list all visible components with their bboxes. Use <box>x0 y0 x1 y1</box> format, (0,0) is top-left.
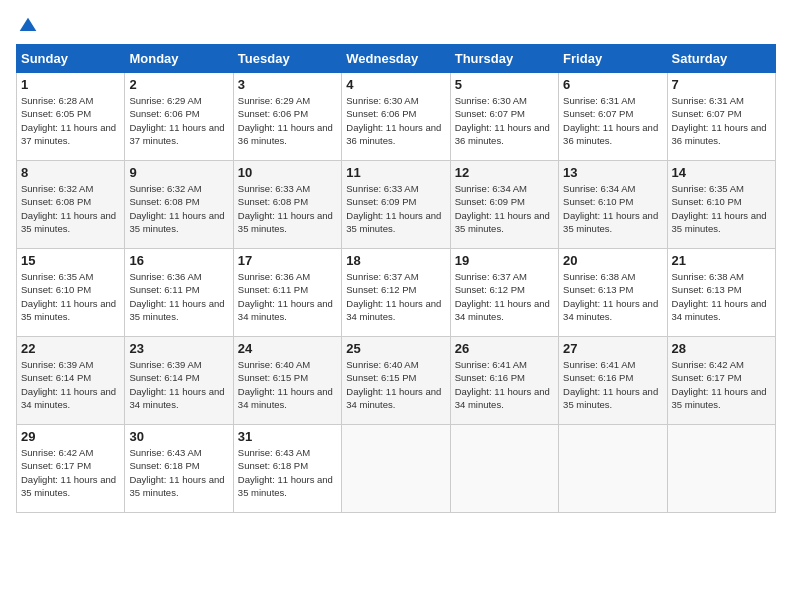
calendar-cell: 9 Sunrise: 6:32 AM Sunset: 6:08 PM Dayli… <box>125 161 233 249</box>
day-number: 26 <box>455 341 554 356</box>
day-info: Sunrise: 6:37 AM Sunset: 6:12 PM Dayligh… <box>346 270 445 323</box>
day-number: 11 <box>346 165 445 180</box>
calendar-cell <box>559 425 667 513</box>
day-info: Sunrise: 6:42 AM Sunset: 6:17 PM Dayligh… <box>672 358 771 411</box>
day-number: 18 <box>346 253 445 268</box>
calendar-week-row: 1 Sunrise: 6:28 AM Sunset: 6:05 PM Dayli… <box>17 73 776 161</box>
day-number: 7 <box>672 77 771 92</box>
logo-icon <box>18 16 38 36</box>
calendar-cell: 14 Sunrise: 6:35 AM Sunset: 6:10 PM Dayl… <box>667 161 775 249</box>
calendar-cell: 15 Sunrise: 6:35 AM Sunset: 6:10 PM Dayl… <box>17 249 125 337</box>
calendar-cell: 8 Sunrise: 6:32 AM Sunset: 6:08 PM Dayli… <box>17 161 125 249</box>
day-number: 31 <box>238 429 337 444</box>
day-info: Sunrise: 6:30 AM Sunset: 6:06 PM Dayligh… <box>346 94 445 147</box>
day-number: 22 <box>21 341 120 356</box>
day-info: Sunrise: 6:43 AM Sunset: 6:18 PM Dayligh… <box>129 446 228 499</box>
day-info: Sunrise: 6:39 AM Sunset: 6:14 PM Dayligh… <box>129 358 228 411</box>
day-info: Sunrise: 6:36 AM Sunset: 6:11 PM Dayligh… <box>129 270 228 323</box>
day-info: Sunrise: 6:40 AM Sunset: 6:15 PM Dayligh… <box>238 358 337 411</box>
day-info: Sunrise: 6:35 AM Sunset: 6:10 PM Dayligh… <box>672 182 771 235</box>
calendar-cell <box>450 425 558 513</box>
day-info: Sunrise: 6:34 AM Sunset: 6:09 PM Dayligh… <box>455 182 554 235</box>
calendar-week-row: 15 Sunrise: 6:35 AM Sunset: 6:10 PM Dayl… <box>17 249 776 337</box>
svg-marker-0 <box>20 18 37 31</box>
day-info: Sunrise: 6:42 AM Sunset: 6:17 PM Dayligh… <box>21 446 120 499</box>
day-number: 6 <box>563 77 662 92</box>
calendar-cell: 2 Sunrise: 6:29 AM Sunset: 6:06 PM Dayli… <box>125 73 233 161</box>
day-info: Sunrise: 6:34 AM Sunset: 6:10 PM Dayligh… <box>563 182 662 235</box>
day-info: Sunrise: 6:41 AM Sunset: 6:16 PM Dayligh… <box>455 358 554 411</box>
day-number: 8 <box>21 165 120 180</box>
calendar-cell: 30 Sunrise: 6:43 AM Sunset: 6:18 PM Dayl… <box>125 425 233 513</box>
weekday-header: Friday <box>559 45 667 73</box>
day-number: 14 <box>672 165 771 180</box>
calendar-cell: 13 Sunrise: 6:34 AM Sunset: 6:10 PM Dayl… <box>559 161 667 249</box>
day-info: Sunrise: 6:36 AM Sunset: 6:11 PM Dayligh… <box>238 270 337 323</box>
calendar-cell: 29 Sunrise: 6:42 AM Sunset: 6:17 PM Dayl… <box>17 425 125 513</box>
calendar-cell: 25 Sunrise: 6:40 AM Sunset: 6:15 PM Dayl… <box>342 337 450 425</box>
calendar-table: SundayMondayTuesdayWednesdayThursdayFrid… <box>16 44 776 513</box>
calendar-cell: 17 Sunrise: 6:36 AM Sunset: 6:11 PM Dayl… <box>233 249 341 337</box>
day-number: 25 <box>346 341 445 356</box>
day-info: Sunrise: 6:31 AM Sunset: 6:07 PM Dayligh… <box>672 94 771 147</box>
day-number: 17 <box>238 253 337 268</box>
day-number: 29 <box>21 429 120 444</box>
calendar-cell: 28 Sunrise: 6:42 AM Sunset: 6:17 PM Dayl… <box>667 337 775 425</box>
day-number: 19 <box>455 253 554 268</box>
day-info: Sunrise: 6:37 AM Sunset: 6:12 PM Dayligh… <box>455 270 554 323</box>
day-number: 10 <box>238 165 337 180</box>
day-info: Sunrise: 6:40 AM Sunset: 6:15 PM Dayligh… <box>346 358 445 411</box>
day-info: Sunrise: 6:43 AM Sunset: 6:18 PM Dayligh… <box>238 446 337 499</box>
day-number: 4 <box>346 77 445 92</box>
day-number: 28 <box>672 341 771 356</box>
day-info: Sunrise: 6:32 AM Sunset: 6:08 PM Dayligh… <box>129 182 228 235</box>
day-number: 3 <box>238 77 337 92</box>
calendar-cell <box>667 425 775 513</box>
calendar-week-row: 22 Sunrise: 6:39 AM Sunset: 6:14 PM Dayl… <box>17 337 776 425</box>
day-number: 2 <box>129 77 228 92</box>
day-number: 23 <box>129 341 228 356</box>
calendar-cell: 7 Sunrise: 6:31 AM Sunset: 6:07 PM Dayli… <box>667 73 775 161</box>
day-info: Sunrise: 6:33 AM Sunset: 6:09 PM Dayligh… <box>346 182 445 235</box>
weekday-header: Saturday <box>667 45 775 73</box>
day-info: Sunrise: 6:28 AM Sunset: 6:05 PM Dayligh… <box>21 94 120 147</box>
weekday-header-row: SundayMondayTuesdayWednesdayThursdayFrid… <box>17 45 776 73</box>
weekday-header: Thursday <box>450 45 558 73</box>
day-number: 5 <box>455 77 554 92</box>
day-info: Sunrise: 6:38 AM Sunset: 6:13 PM Dayligh… <box>563 270 662 323</box>
day-number: 9 <box>129 165 228 180</box>
calendar-cell: 20 Sunrise: 6:38 AM Sunset: 6:13 PM Dayl… <box>559 249 667 337</box>
calendar-cell <box>342 425 450 513</box>
calendar-cell: 3 Sunrise: 6:29 AM Sunset: 6:06 PM Dayli… <box>233 73 341 161</box>
calendar-cell: 27 Sunrise: 6:41 AM Sunset: 6:16 PM Dayl… <box>559 337 667 425</box>
calendar-cell: 26 Sunrise: 6:41 AM Sunset: 6:16 PM Dayl… <box>450 337 558 425</box>
day-number: 12 <box>455 165 554 180</box>
day-number: 21 <box>672 253 771 268</box>
day-number: 1 <box>21 77 120 92</box>
day-number: 20 <box>563 253 662 268</box>
weekday-header: Monday <box>125 45 233 73</box>
calendar-cell: 23 Sunrise: 6:39 AM Sunset: 6:14 PM Dayl… <box>125 337 233 425</box>
logo <box>16 16 38 32</box>
day-info: Sunrise: 6:39 AM Sunset: 6:14 PM Dayligh… <box>21 358 120 411</box>
day-number: 24 <box>238 341 337 356</box>
calendar-cell: 11 Sunrise: 6:33 AM Sunset: 6:09 PM Dayl… <box>342 161 450 249</box>
day-info: Sunrise: 6:41 AM Sunset: 6:16 PM Dayligh… <box>563 358 662 411</box>
calendar-cell: 18 Sunrise: 6:37 AM Sunset: 6:12 PM Dayl… <box>342 249 450 337</box>
page-header <box>16 16 776 32</box>
weekday-header: Tuesday <box>233 45 341 73</box>
calendar-cell: 31 Sunrise: 6:43 AM Sunset: 6:18 PM Dayl… <box>233 425 341 513</box>
day-number: 27 <box>563 341 662 356</box>
day-number: 13 <box>563 165 662 180</box>
calendar-week-row: 8 Sunrise: 6:32 AM Sunset: 6:08 PM Dayli… <box>17 161 776 249</box>
calendar-cell: 10 Sunrise: 6:33 AM Sunset: 6:08 PM Dayl… <box>233 161 341 249</box>
calendar-cell: 24 Sunrise: 6:40 AM Sunset: 6:15 PM Dayl… <box>233 337 341 425</box>
calendar-body: 1 Sunrise: 6:28 AM Sunset: 6:05 PM Dayli… <box>17 73 776 513</box>
day-info: Sunrise: 6:29 AM Sunset: 6:06 PM Dayligh… <box>129 94 228 147</box>
calendar-cell: 19 Sunrise: 6:37 AM Sunset: 6:12 PM Dayl… <box>450 249 558 337</box>
day-info: Sunrise: 6:35 AM Sunset: 6:10 PM Dayligh… <box>21 270 120 323</box>
day-info: Sunrise: 6:32 AM Sunset: 6:08 PM Dayligh… <box>21 182 120 235</box>
day-info: Sunrise: 6:31 AM Sunset: 6:07 PM Dayligh… <box>563 94 662 147</box>
calendar-cell: 22 Sunrise: 6:39 AM Sunset: 6:14 PM Dayl… <box>17 337 125 425</box>
calendar-cell: 4 Sunrise: 6:30 AM Sunset: 6:06 PM Dayli… <box>342 73 450 161</box>
